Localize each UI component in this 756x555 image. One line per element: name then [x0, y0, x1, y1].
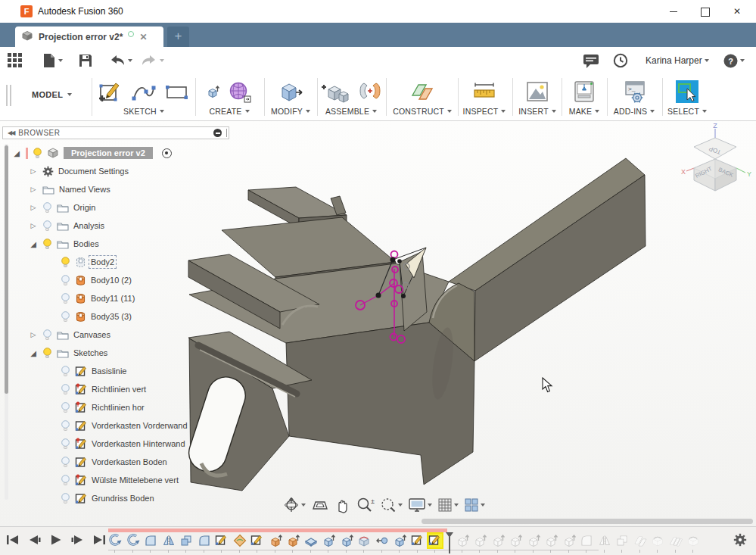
ribbon-group-label[interactable]: MAKE: [562, 107, 606, 116]
job-status-button[interactable]: [613, 51, 628, 70]
ribbon-group-label[interactable]: MODIFY: [266, 107, 316, 116]
select-tool-button[interactable]: [676, 80, 698, 103]
ribbon-group-label[interactable]: SELECT: [662, 107, 712, 116]
tree-item-label[interactable]: Richtlinien vert: [92, 385, 146, 394]
chevron-down-icon[interactable]: [454, 504, 459, 507]
visibility-bulb-icon[interactable]: [42, 348, 52, 359]
pan-tool[interactable]: [334, 497, 351, 513]
tree-item-origin[interactable]: ▷Origin: [11, 198, 238, 217]
visibility-bulb-icon[interactable]: [61, 366, 70, 377]
visibility-bulb-icon[interactable]: [42, 329, 52, 341]
close-button[interactable]: ✕: [724, 3, 750, 20]
chevron-down-icon[interactable]: [58, 59, 63, 62]
help-menu[interactable]: ?: [723, 51, 745, 70]
visibility-bulb-icon[interactable]: [61, 257, 70, 268]
timeline-scrollbar-thumb[interactable]: [422, 519, 753, 524]
comments-button[interactable]: [583, 51, 599, 70]
browser-scrollbar[interactable]: [5, 144, 8, 500]
ribbon-group-label[interactable]: ASSEMBLE: [318, 107, 384, 116]
panel-resize-handle[interactable]: [226, 129, 227, 137]
tree-item-label[interactable]: Body35 (3): [91, 312, 132, 321]
expand-arrow-icon[interactable]: ▷: [29, 186, 38, 193]
tree-item-richtlinien-hor[interactable]: Richtlinien hor: [11, 398, 238, 416]
tree-item-label[interactable]: Body11 (11): [91, 294, 135, 303]
tree-item-projection-error-v2[interactable]: ◢Projection error v2: [11, 144, 238, 162]
visibility-bulb-icon[interactable]: [61, 493, 70, 504]
tree-item-bodies[interactable]: ◢Bodies: [11, 235, 238, 253]
tree-item-vorderkasten-hinterwand[interactable]: Vorderkasten Hinterwand: [11, 435, 238, 453]
tree-item-document-settings[interactable]: ▷Document Settings: [11, 162, 238, 180]
redo-button[interactable]: [141, 51, 164, 70]
timeline-feature-extrude[interactable]: [491, 534, 505, 547]
tree-item-grundriss-boden[interactable]: Grundriss Boden: [11, 489, 238, 507]
timeline-settings-gear-icon[interactable]: [733, 533, 747, 550]
new-tab-button[interactable]: +: [167, 27, 189, 47]
tree-item-body35-3-[interactable]: Body35 (3): [11, 307, 238, 326]
visibility-bulb-icon[interactable]: [61, 475, 70, 486]
go-to-start-button[interactable]: [6, 534, 20, 549]
visibility-bulb-icon[interactable]: [61, 384, 70, 395]
tree-item-named-views[interactable]: ▷Named Views: [11, 180, 238, 198]
step-back-button[interactable]: [28, 534, 42, 549]
tree-item-label[interactable]: Wülste Mittelebene vert: [92, 475, 179, 485]
maximize-button[interactable]: [692, 3, 718, 20]
look-at-tool[interactable]: [311, 497, 329, 513]
ribbon-grip[interactable]: [6, 85, 11, 106]
expand-arrow-icon[interactable]: ▷: [29, 204, 38, 211]
construct-plane-icon[interactable]: [409, 79, 435, 104]
timeline-feature-extrude[interactable]: [562, 534, 576, 547]
view-cube[interactable]: Z X Y TOP RIGHT BACK: [677, 121, 756, 200]
timeline-feature-sketch[interactable]: [215, 534, 229, 547]
timeline-feature-revolve[interactable]: [126, 534, 140, 547]
chevron-down-icon[interactable]: [160, 59, 164, 62]
tree-item-label[interactable]: Document Settings: [58, 167, 129, 176]
timeline-feature-midplane[interactable]: [669, 534, 683, 547]
timeline-feature-extrude[interactable]: [527, 534, 540, 547]
timeline-feature-extrude[interactable]: [544, 534, 558, 547]
timeline-feature-extrude[interactable]: [393, 534, 406, 547]
workspace-selector[interactable]: MODEL: [32, 90, 72, 99]
timeline-feature-sketch[interactable]: [250, 534, 264, 547]
user-menu[interactable]: Karina Harper: [646, 51, 709, 70]
tree-item-canvases[interactable]: ▷Canvases: [11, 326, 238, 344]
tree-item-label[interactable]: Origin: [73, 203, 95, 212]
expand-arrow-icon[interactable]: ▷: [29, 222, 38, 229]
zoom-window-tool[interactable]: [380, 497, 403, 513]
browser-panel-header[interactable]: ◀◀ BROWSER: [2, 126, 229, 139]
timeline-feature-extrude[interactable]: [322, 534, 335, 547]
tree-item-label[interactable]: Vorderkasten Boden: [92, 457, 167, 466]
browser-scrollbar-thumb[interactable]: [5, 145, 8, 394]
orbit-tool[interactable]: [283, 497, 306, 513]
chevron-down-icon[interactable]: [301, 504, 306, 507]
timeline-feature-point[interactable]: [375, 534, 389, 547]
timeline-feature-sketch[interactable]: [411, 534, 425, 547]
tree-item-label[interactable]: Basislinie: [92, 366, 126, 376]
visibility-bulb-icon[interactable]: [33, 148, 42, 159]
visibility-bulb-icon[interactable]: [42, 202, 52, 214]
print-3d-icon[interactable]: [571, 79, 597, 104]
visibility-bulb-icon[interactable]: [61, 438, 70, 450]
visibility-bulb-icon[interactable]: [61, 402, 70, 413]
timeline-scrollbar[interactable]: [0, 518, 756, 525]
tree-item-vorderkasten-boden[interactable]: Vorderkasten Boden: [11, 453, 238, 471]
timeline-feature-revolve[interactable]: [108, 534, 122, 547]
timeline-feature-fillet[interactable]: [580, 534, 593, 547]
collapse-arrow-icon[interactable]: ◢: [29, 349, 38, 357]
step-forward-button[interactable]: [70, 534, 84, 549]
visibility-bulb-icon[interactable]: [61, 420, 70, 432]
undo-button[interactable]: [109, 51, 132, 70]
form-icon[interactable]: [227, 79, 253, 104]
tree-item-richtlinien-vert[interactable]: Richtlinien vert: [11, 380, 238, 398]
tree-item-body2[interactable]: Body2: [11, 253, 238, 271]
timeline-feature-extrude[interactable]: [473, 534, 487, 547]
new-component-icon[interactable]: [319, 79, 350, 104]
visibility-bulb-icon[interactable]: [42, 239, 52, 250]
timeline-feature-project[interactable]: [651, 534, 664, 547]
tree-item-body10-2-[interactable]: Body10 (2): [11, 271, 238, 289]
timeline-feature-project[interactable]: [686, 534, 700, 547]
file-new-button[interactable]: [42, 51, 63, 70]
ribbon-group-label[interactable]: INSPECT: [458, 107, 511, 116]
play-button[interactable]: [50, 534, 62, 549]
insert-image-icon[interactable]: [524, 79, 550, 104]
collapse-arrow-icon[interactable]: ◢: [29, 240, 38, 248]
